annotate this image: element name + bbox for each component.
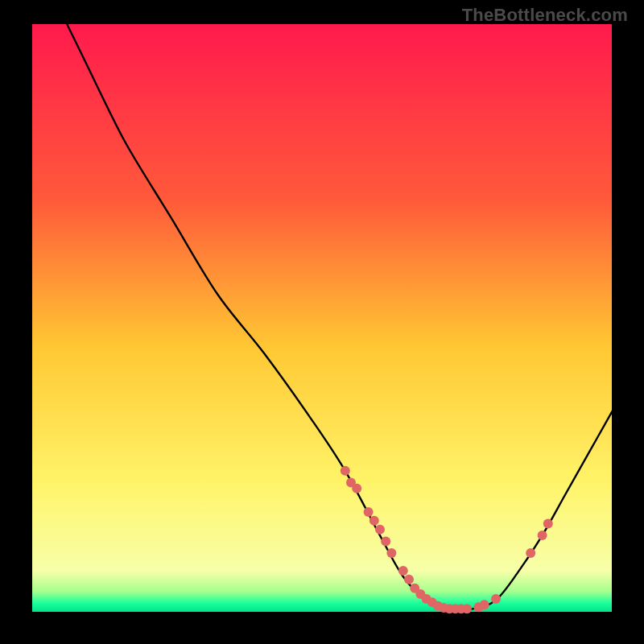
curve-marker [491, 594, 501, 604]
curve-marker [375, 525, 385, 535]
curve-marker [381, 536, 390, 546]
curve-marker [352, 484, 361, 493]
curve-marker [543, 519, 553, 529]
curve-marker [538, 530, 547, 540]
curve-marker [369, 516, 379, 526]
curve-marker [364, 507, 374, 517]
curve-marker [480, 600, 489, 609]
curve-marker [462, 604, 472, 613]
curve-marker [526, 548, 535, 558]
curve-marker [404, 575, 414, 584]
curve-marker [386, 548, 396, 558]
curve-marker [398, 566, 408, 576]
plot-background [32, 24, 612, 612]
chart-container: TheBottleneck.com [0, 0, 644, 644]
curve-marker [341, 466, 350, 476]
watermark-text: TheBottleneck.com [462, 5, 628, 26]
chart-svg [0, 0, 644, 644]
